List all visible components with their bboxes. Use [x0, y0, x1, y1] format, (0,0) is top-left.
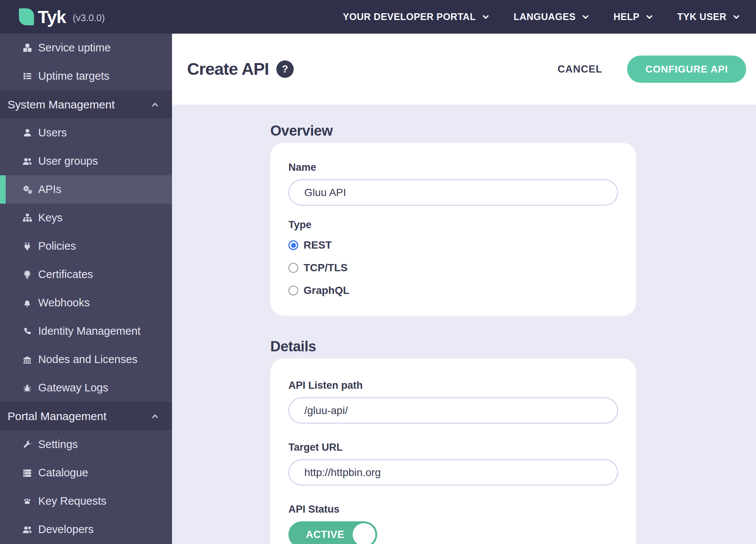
toggle-knob[interactable]: [353, 523, 375, 544]
sidebar-item-users[interactable]: Users: [0, 119, 172, 147]
chevron-down-icon: [645, 12, 654, 22]
type-option-graphql[interactable]: GraphQL: [288, 282, 618, 299]
sidebar: Service uptime Uptime targets System Man…: [0, 34, 172, 544]
paw-icon: [22, 496, 33, 506]
sitemap-icon: [22, 213, 33, 223]
sidebar-item-identity-management[interactable]: Identity Management: [0, 317, 172, 345]
bank-icon: [22, 355, 33, 365]
api-listen-path-label: API Listen path: [288, 380, 618, 391]
topbar-menus: YOUR DEVELOPER PORTAL LANGUAGES HELP TYK…: [343, 11, 756, 22]
sidebar-section-system-management[interactable]: System Management: [0, 90, 172, 119]
details-card: API Listen path Target URL API Status AC…: [270, 359, 636, 544]
chevron-up-icon: [150, 100, 160, 110]
chevron-down-icon: [732, 12, 741, 22]
chevron-down-icon: [481, 12, 490, 22]
sidebar-item-user-groups[interactable]: User groups: [0, 147, 172, 175]
sidebar-item-catalogue[interactable]: Catalogue: [0, 459, 172, 487]
sidebar-item-uptime-targets[interactable]: Uptime targets: [0, 62, 172, 90]
sidebar-item-developers[interactable]: Developers: [0, 515, 172, 544]
chevron-down-icon: [581, 12, 590, 22]
name-input[interactable]: [288, 179, 618, 206]
sidebar-item-nodes-and-licenses[interactable]: Nodes and Licenses: [0, 345, 172, 374]
help-icon[interactable]: ?: [276, 60, 294, 78]
name-label: Name: [288, 162, 618, 173]
cancel-button[interactable]: CANCEL: [558, 63, 603, 75]
page-header: Create API ? CANCEL CONFIGURE API: [172, 34, 756, 105]
api-listen-path-input[interactable]: [288, 397, 618, 423]
type-option-tcp-tls[interactable]: TCP/TLS: [288, 260, 618, 276]
sidebar-item-policies[interactable]: Policies: [0, 232, 172, 260]
sidebar-item-service-uptime[interactable]: Service uptime: [0, 34, 172, 62]
gears-icon: [22, 184, 33, 195]
menu-help[interactable]: HELP: [613, 11, 654, 22]
overview-section-title: Overview: [270, 123, 756, 139]
sidebar-item-keys[interactable]: Keys: [0, 204, 172, 232]
radio-unselected-icon: [288, 286, 298, 295]
sidebar-section-portal-management[interactable]: Portal Management: [0, 402, 172, 430]
target-url-input[interactable]: [288, 459, 618, 485]
server-icon: [22, 468, 33, 478]
type-option-rest[interactable]: REST: [288, 237, 618, 253]
main-content: Create API ? CANCEL CONFIGURE API Overvi…: [172, 34, 756, 544]
api-status-label: API Status: [288, 504, 618, 515]
sidebar-item-apis[interactable]: APIs: [0, 175, 172, 204]
sidebar-item-key-requests[interactable]: Key Requests: [0, 487, 172, 515]
create-api-form: Overview Name Type REST TCP/TLS GraphQL …: [172, 105, 756, 544]
wrench-icon: [22, 440, 33, 450]
bell-icon: [22, 298, 33, 308]
brand-name: Tyk: [38, 8, 66, 26]
phone-icon: [22, 326, 33, 336]
radio-selected-icon: [288, 240, 298, 250]
sidebar-item-webhooks[interactable]: Webhooks: [0, 289, 172, 317]
topbar: Tyk (v3.0.0) YOUR DEVELOPER PORTAL LANGU…: [0, 0, 756, 34]
bug-icon: [22, 383, 33, 393]
target-url-label: Target URL: [288, 442, 618, 453]
configure-api-button[interactable]: CONFIGURE API: [627, 56, 746, 83]
rosette-icon: [22, 270, 33, 280]
user-group-icon: [22, 524, 33, 535]
menu-languages[interactable]: LANGUAGES: [514, 11, 590, 22]
chevron-up-icon: [150, 411, 160, 421]
plug-icon: [22, 241, 33, 251]
sidebar-item-gateway-logs[interactable]: Gateway Logs: [0, 374, 172, 402]
cubes-icon: [22, 43, 33, 53]
menu-tyk-user[interactable]: TYK USER: [677, 11, 741, 22]
overview-card: Name Type REST TCP/TLS GraphQL: [270, 143, 636, 316]
page-title: Create API: [187, 59, 269, 79]
user-group-icon: [22, 156, 33, 167]
user-icon: [22, 128, 33, 138]
version-label: (v3.0.0): [73, 12, 105, 23]
tyk-logo-icon: [19, 8, 34, 25]
list-icon: [22, 71, 33, 81]
brand[interactable]: Tyk (v3.0.0): [0, 8, 105, 26]
toggle-state-label: ACTIVE: [306, 529, 344, 541]
radio-unselected-icon: [288, 263, 298, 273]
sidebar-item-certificates[interactable]: Certificates: [0, 260, 172, 289]
api-status-toggle[interactable]: ACTIVE: [288, 521, 377, 544]
sidebar-item-settings[interactable]: Settings: [0, 430, 172, 459]
menu-developer-portal[interactable]: YOUR DEVELOPER PORTAL: [343, 11, 490, 22]
type-label: Type: [288, 219, 618, 231]
details-section-title: Details: [270, 338, 756, 355]
